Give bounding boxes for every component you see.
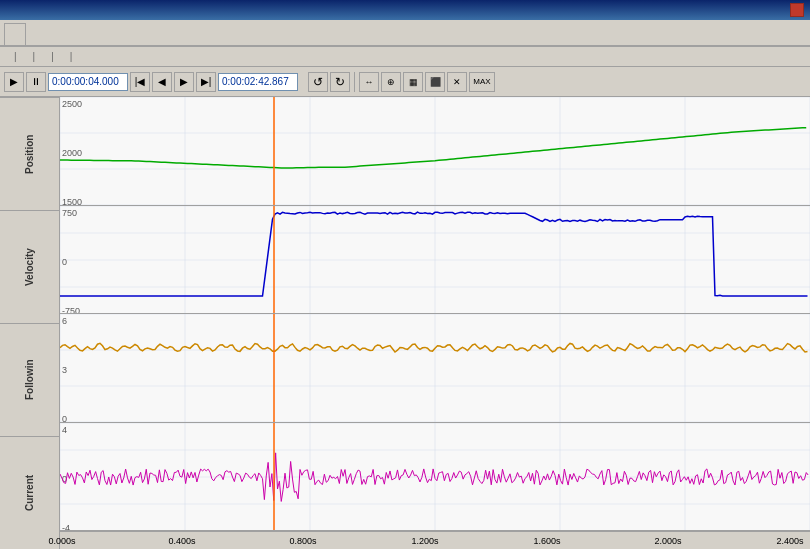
export-button[interactable]: ⬛ — [425, 72, 445, 92]
play-button[interactable]: ▶ — [4, 72, 24, 92]
tab-bar — [0, 20, 810, 47]
zoom-fit-button[interactable]: ↔ — [359, 72, 379, 92]
pause-button[interactable]: ⏸ — [26, 72, 46, 92]
y-label-position: Position — [0, 97, 59, 210]
main-area: Position Velocity Followin Current 0.000… — [0, 97, 810, 549]
info-bar: | | | | — [0, 47, 810, 67]
refresh-button[interactable]: ↻ — [330, 72, 350, 92]
skip-end-button[interactable]: ▶| — [196, 72, 216, 92]
reset-button[interactable]: ↺ — [308, 72, 328, 92]
pos-input[interactable] — [218, 73, 298, 91]
next-button[interactable]: ▶ — [174, 72, 194, 92]
title-bar — [0, 0, 810, 20]
chart-followin — [60, 314, 810, 423]
zoom-in-button[interactable]: ⊕ — [381, 72, 401, 92]
y-label-followin: Followin — [0, 323, 59, 436]
charts-area: 0.000s0.400s0.800s1.200s1.600s2.000s2.40… — [59, 97, 810, 549]
y-label-velocity: Velocity — [0, 210, 59, 323]
x-axis: 0.000s0.400s0.800s1.200s1.600s2.000s2.40… — [60, 531, 810, 549]
y-labels: Position Velocity Followin Current — [0, 97, 59, 549]
chart-position — [60, 97, 810, 206]
y-label-current: Current — [0, 436, 59, 549]
close-button[interactable] — [790, 3, 804, 17]
chart-tab[interactable] — [4, 23, 26, 45]
toolbar: ▶ ⏸ |◀ ◀ ▶ ▶| ↺ ↻ ↔ ⊕ ▦ ⬛ ✕ MAX — [0, 67, 810, 97]
skip-start-button[interactable]: |◀ — [130, 72, 150, 92]
max-button[interactable]: MAX — [469, 72, 495, 92]
prev-button[interactable]: ◀ — [152, 72, 172, 92]
chart-current — [60, 423, 810, 532]
play-time-input[interactable] — [48, 73, 128, 91]
close-chart-button[interactable]: ✕ — [447, 72, 467, 92]
chart-view-button[interactable]: ▦ — [403, 72, 423, 92]
chart-velocity — [60, 206, 810, 315]
